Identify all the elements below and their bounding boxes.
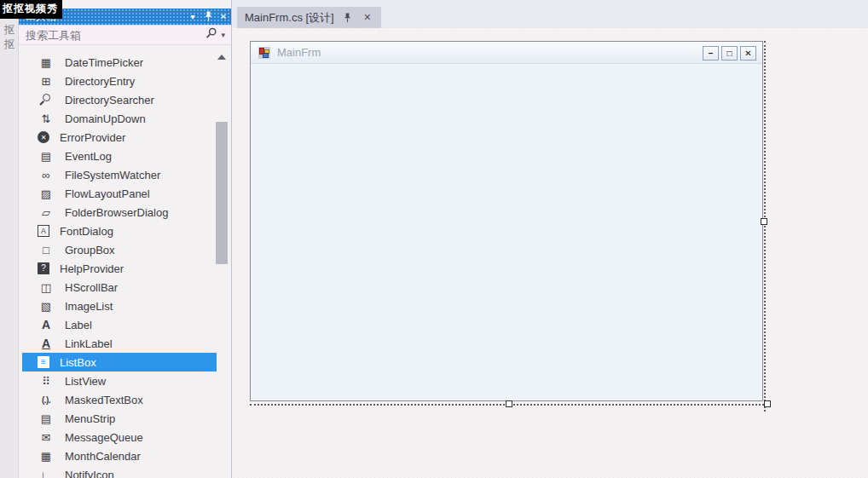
- toolbox-item[interactable]: ⊞ DirectoryEntry: [22, 72, 217, 90]
- toolbox-item[interactable]: ⇅ DomainUpDown: [22, 109, 217, 128]
- toolbox-item[interactable]: ✕ ErrorProvider: [22, 128, 217, 147]
- form-icon: [258, 47, 270, 59]
- toolbox-item-label: NotifyIcon: [65, 469, 114, 478]
- datetimepicker-icon: ▦: [38, 55, 55, 69]
- pin-icon[interactable]: [342, 11, 354, 25]
- domainupdown-icon: ⇅: [38, 112, 55, 125]
- toolbox-item-label: ListBox: [60, 356, 96, 369]
- toolbox-item-label: EventLog: [65, 150, 112, 163]
- chevron-down-icon[interactable]: ▾: [185, 9, 200, 25]
- scroll-up-icon[interactable]: [217, 55, 226, 60]
- imagelist-icon: ▧: [38, 299, 55, 313]
- maskedtextbox-icon: (.).: [38, 393, 55, 406]
- scrollbar-thumb[interactable]: [216, 122, 228, 264]
- toolbox-item-label: DirectorySearcher: [65, 94, 154, 107]
- tab-title: MainFrm.cs [设计]: [245, 10, 334, 26]
- form-titlebar[interactable]: MainFrm – □ ✕: [251, 42, 762, 64]
- toolbox-item[interactable]: ≡ ListBox: [22, 353, 217, 371]
- toolbox-item[interactable]: ▧ ImageList: [22, 297, 217, 315]
- toolbox-item[interactable]: A FontDialog: [22, 222, 217, 240]
- toolbox-item-label: MaskedTextBox: [65, 394, 143, 406]
- filesystemwatcher-icon: ∞: [38, 168, 55, 181]
- toolbox-item[interactable]: A Label: [22, 315, 217, 334]
- toolbox-item-label: HScrollBar: [65, 281, 118, 294]
- toolbox-item-label: FontDialog: [60, 225, 113, 238]
- toolbox-item[interactable]: ? HelpProvider: [22, 259, 217, 278]
- document-tabstrip: MainFrm.cs [设计] ✕: [232, 0, 868, 28]
- linklabel-icon: A: [38, 337, 55, 350]
- toolbox-item[interactable]: ▤ EventLog: [22, 147, 217, 165]
- toolbox-item-label: ImageList: [65, 300, 113, 313]
- toolbox-item-label: DomainUpDown: [65, 112, 146, 125]
- toolbox-item[interactable]: (.). MaskedTextBox: [22, 390, 217, 409]
- tab-mainfrm-design[interactable]: MainFrm.cs [设计] ✕: [237, 7, 381, 28]
- toolbox-item[interactable]: ◫ HScrollBar: [22, 278, 217, 297]
- resize-handle-bottom[interactable]: [506, 400, 512, 407]
- maximize-button[interactable]: □: [721, 46, 738, 60]
- toolbox-item[interactable]: ▤ MenuStrip: [22, 409, 217, 428]
- toolbox-item[interactable]: ▦ MonthCalendar: [22, 446, 217, 465]
- search-dropdown-icon[interactable]: ▾: [221, 31, 225, 39]
- messagequeue-icon: ✉: [38, 430, 55, 444]
- close-button[interactable]: ✕: [740, 46, 756, 60]
- minimize-button[interactable]: –: [703, 46, 719, 60]
- toolbox-item-label: FlowLayoutPanel: [65, 187, 150, 200]
- form-caption-buttons: – □ ✕: [703, 46, 756, 60]
- resize-handle-bottom-right[interactable]: [764, 400, 771, 407]
- close-icon[interactable]: ✕: [362, 11, 373, 25]
- toolbox-item[interactable]: DirectorySearcher: [22, 90, 217, 109]
- designed-form[interactable]: MainFrm – □ ✕: [250, 41, 763, 401]
- toolbox-item[interactable]: ∟ NotifyIcon: [22, 465, 217, 478]
- forms-designer-surface[interactable]: MainFrm – □ ✕: [232, 28, 868, 478]
- directorysearcher-icon: [38, 93, 55, 107]
- pin-icon[interactable]: [200, 9, 216, 25]
- errorprovider-icon: ✕: [38, 131, 49, 143]
- toolbox-item-label: MenuStrip: [65, 412, 115, 425]
- hscrollbar-icon: ◫: [38, 280, 55, 294]
- toolbox-item-label: MessageQueue: [65, 431, 143, 444]
- toolbox-search-box: ▾: [19, 25, 231, 45]
- toolbox-item[interactable]: A LinkLabel: [22, 334, 217, 353]
- folderbrowserdialog-icon: ▱: [38, 205, 55, 219]
- resize-handle-right[interactable]: [761, 218, 767, 225]
- toolbox-item-label: DateTimePicker: [65, 56, 143, 69]
- listview-icon: ⠿: [38, 374, 55, 388]
- fontdialog-icon: A: [38, 225, 49, 237]
- notifyicon-icon: ∟: [38, 468, 55, 478]
- helpprovider-icon: ?: [38, 262, 49, 274]
- toolbox-scrollbar[interactable]: [216, 53, 228, 478]
- toolbox-item-label: FileSystemWatcher: [65, 169, 160, 181]
- toolbox-panel: 工具箱 ▾ ✕ ▾ ▦ DateTimePicker ⊞: [19, 0, 232, 478]
- watermark: 抠抠视频秀: [0, 0, 62, 19]
- toolbox-item[interactable]: ▱ FolderBrowserDialog: [22, 203, 217, 222]
- toolbox-item-label: LinkLabel: [65, 337, 113, 350]
- label-icon: A: [38, 318, 55, 331]
- toolbox-item-label: HelpProvider: [60, 262, 124, 275]
- side-vertical-text: 抠抠: [0, 23, 19, 52]
- toolbox-item[interactable]: ✉ MessageQueue: [22, 428, 217, 446]
- search-icon[interactable]: [205, 27, 217, 43]
- toolbox-item-label: FolderBrowserDialog: [65, 206, 168, 219]
- flowlayoutpanel-icon: ▨: [38, 187, 55, 200]
- close-icon[interactable]: ✕: [216, 9, 231, 25]
- left-sidebar-strip: 抠抠: [0, 0, 19, 478]
- toolbox-item-label: ListView: [65, 375, 106, 388]
- toolbox-item[interactable]: □ GroupBox: [22, 240, 217, 259]
- toolbox-item[interactable]: ⠿ ListView: [22, 371, 217, 390]
- monthcalendar-icon: ▦: [38, 449, 55, 463]
- toolbox-item-label: GroupBox: [65, 244, 115, 256]
- menustrip-icon: ▤: [38, 412, 55, 425]
- toolbox-item-label: Label: [65, 319, 92, 331]
- toolbox-item-label: ErrorProvider: [60, 131, 125, 144]
- eventlog-icon: ▤: [38, 149, 55, 163]
- toolbox-item-label: MonthCalendar: [65, 450, 141, 463]
- selection-border-right: [764, 41, 766, 412]
- toolbox-item[interactable]: ▨ FlowLayoutPanel: [22, 184, 217, 203]
- editor-area: MainFrm.cs [设计] ✕ MainFrm – □ ✕: [232, 0, 868, 478]
- toolbox-item[interactable]: ▦ DateTimePicker: [22, 53, 217, 72]
- search-input[interactable]: [19, 29, 205, 42]
- directoryentry-icon: ⊞: [38, 74, 55, 88]
- listbox-icon: ≡: [38, 356, 49, 368]
- toolbox-item-label: DirectoryEntry: [65, 75, 135, 88]
- toolbox-item[interactable]: ∞ FileSystemWatcher: [22, 165, 217, 184]
